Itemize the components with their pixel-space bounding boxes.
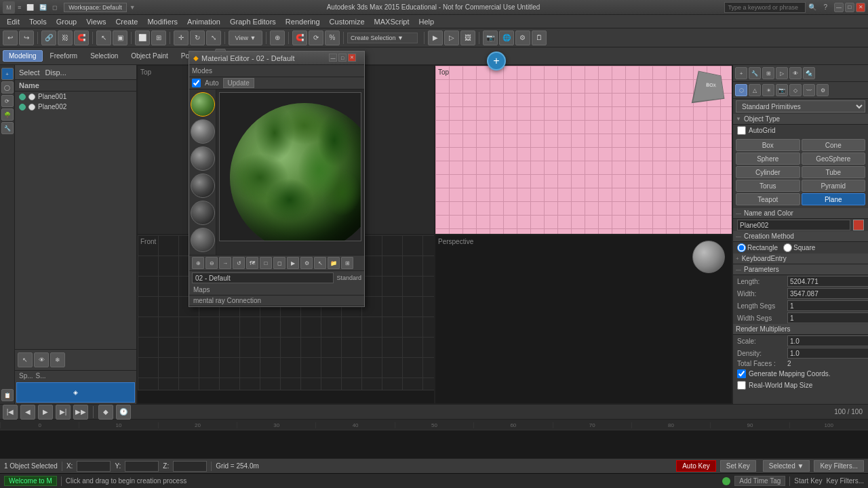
select-region-button[interactable]: ⬜ <box>135 30 150 45</box>
sidebar-tool-freeze[interactable]: ❄ <box>50 352 65 367</box>
real-world-checkbox[interactable] <box>737 381 746 390</box>
scene-explore-icon[interactable]: 📋 <box>1 389 14 401</box>
viewport-top-right[interactable]: Top BOX <box>435 65 732 235</box>
me-show-bg-btn[interactable]: □ <box>260 257 272 269</box>
rp-utilities-tab[interactable]: 🔩 <box>803 67 815 79</box>
maximize-button[interactable]: □ <box>845 3 854 12</box>
obj-box-btn[interactable]: Box <box>736 139 800 151</box>
scale-button[interactable]: ⤡ <box>206 30 221 45</box>
environment-button[interactable]: 🌐 <box>499 30 514 45</box>
undo-button[interactable]: ↩ <box>3 30 18 45</box>
close-button[interactable]: ✕ <box>856 3 865 12</box>
selected-dropdown[interactable]: Selected ▼ <box>763 460 810 472</box>
help-icon[interactable]: ? <box>823 3 827 11</box>
select-button[interactable]: ↖ <box>96 30 111 45</box>
obj-plane-btn[interactable]: Plane <box>802 193 866 205</box>
menu-rendering[interactable]: Rendering <box>281 16 324 27</box>
me-show-end-btn[interactable]: ◻ <box>273 257 285 269</box>
auto-key-btn[interactable]: Auto Key <box>676 460 716 472</box>
time-config-btn[interactable]: 🕐 <box>116 405 131 420</box>
me-modes-label[interactable]: Modes <box>192 67 212 75</box>
render-button[interactable]: ▷ <box>444 30 459 45</box>
menu-edit[interactable]: Edit <box>3 16 24 27</box>
go-end-btn[interactable]: ▶▶ <box>73 405 88 420</box>
x-coord-input[interactable] <box>77 461 111 472</box>
rp-section-keyboard[interactable]: + KeyboardEntry <box>733 253 868 264</box>
me-section-maps[interactable]: Maps <box>189 285 364 296</box>
bind-button[interactable]: 🧲 <box>74 30 89 45</box>
me-minimize-btn[interactable]: — <box>329 54 337 62</box>
tab-modeling[interactable]: Modeling <box>3 50 43 62</box>
width-segs-input[interactable] <box>787 312 868 323</box>
ref-coord-dropdown[interactable]: View ▼ <box>229 30 262 45</box>
me-thumb-1[interactable] <box>191 92 215 117</box>
add-time-tag-btn[interactable]: Add Time Tag <box>734 476 785 486</box>
render-setup-button[interactable]: ▶ <box>428 30 443 45</box>
search-icon[interactable]: 🔍 <box>808 3 816 11</box>
obj-sphere-btn[interactable]: Sphere <box>736 152 800 165</box>
me-thumb-3[interactable] <box>191 146 215 171</box>
me-video-btn[interactable]: ▶ <box>287 257 299 269</box>
color-swatch[interactable] <box>853 220 864 230</box>
me-select-btn[interactable]: ↖ <box>314 257 326 269</box>
unlink-button[interactable]: ⛓ <box>58 30 73 45</box>
rp-modify-tab[interactable]: 🔧 <box>749 67 761 79</box>
me-auto-checkbox[interactable] <box>192 79 201 87</box>
snap-toggle[interactable]: 🧲 <box>292 30 307 45</box>
me-thumb-2[interactable] <box>191 119 215 144</box>
sidebar-tool-select[interactable]: ↖ <box>18 352 33 367</box>
menu-maxscript[interactable]: MAXScript <box>370 16 414 27</box>
autogrid-checkbox[interactable] <box>737 126 746 135</box>
length-segs-input[interactable] <box>787 300 868 311</box>
tab-object-paint[interactable]: Object Paint <box>125 51 173 61</box>
utilities-icon[interactable]: 🔧 <box>1 122 14 134</box>
me-get-material-btn[interactable]: ⊕ <box>192 257 204 269</box>
key-mode-btn[interactable]: ◆ <box>98 405 113 420</box>
rp-geometry-btn[interactable]: ⬡ <box>735 84 747 96</box>
move-button[interactable]: ✛ <box>174 30 189 45</box>
obj-tube-btn[interactable]: Tube <box>802 166 866 178</box>
select-name-button[interactable]: ▣ <box>113 30 127 45</box>
me-thumb-6[interactable] <box>191 228 215 252</box>
rp-cameras-btn[interactable]: 📷 <box>776 84 788 96</box>
me-reset-btn[interactable]: ↺ <box>233 257 245 269</box>
tab-selection[interactable]: Selection <box>85 51 123 61</box>
obj-teapot-btn[interactable]: Teapot <box>736 193 800 205</box>
me-show-map-btn[interactable]: 🗺 <box>246 257 258 269</box>
selection-filter-dropdown[interactable]: Create Selection ▼ <box>347 33 418 43</box>
me-assign-material-btn[interactable]: → <box>219 257 231 269</box>
obj-geosphere-btn[interactable]: GeoSphere <box>802 152 866 165</box>
workspace-dropdown-title[interactable]: Workspace: Default <box>64 3 126 12</box>
me-update-btn[interactable]: Update <box>223 78 254 88</box>
render-toedit[interactable]: 🗒 <box>532 30 547 45</box>
me-material-library-btn[interactable]: 📁 <box>328 257 340 269</box>
menu-tools[interactable]: Tools <box>25 16 51 27</box>
scene-item-plane002[interactable]: Plane002 <box>15 102 136 112</box>
rp-display-tab[interactable]: 👁 <box>789 67 802 79</box>
rp-hierarchy-tab[interactable]: ⊞ <box>762 67 774 79</box>
tab-freeform[interactable]: Freeform <box>45 51 83 61</box>
open-last-render[interactable]: 📷 <box>483 30 498 45</box>
scale-input[interactable] <box>787 336 868 346</box>
search-input[interactable] <box>724 2 806 13</box>
angle-snap[interactable]: ⟳ <box>309 30 323 45</box>
me-section-mental-ray[interactable]: mental ray Connection <box>189 296 364 306</box>
rp-lights-btn[interactable]: ☀ <box>762 84 774 96</box>
select-label[interactable]: Select <box>19 68 40 77</box>
menu-animation[interactable]: Animation <box>183 16 224 27</box>
square-radio[interactable] <box>783 243 792 252</box>
me-compact-btn[interactable]: ⊞ <box>341 257 353 269</box>
add-plus-button[interactable]: + <box>487 52 506 70</box>
rp-motion-tab[interactable]: ▷ <box>776 67 788 79</box>
density-input[interactable] <box>787 348 868 359</box>
rp-shapes-btn[interactable]: △ <box>749 84 761 96</box>
z-coord-input[interactable] <box>173 461 207 472</box>
obj-torus-btn[interactable]: Torus <box>736 180 800 192</box>
me-close-btn[interactable]: ✕ <box>348 54 356 62</box>
timeline-track[interactable]: 0 10 20 30 40 50 60 70 80 90 100 <box>0 420 868 458</box>
pivot-button[interactable]: ⊕ <box>270 30 285 45</box>
rp-spacewarps-btn[interactable]: 〰 <box>803 84 815 96</box>
rotate-button[interactable]: ↻ <box>190 30 205 45</box>
width-input[interactable] <box>787 288 868 299</box>
obj-pyramid-btn[interactable]: Pyramid <box>802 180 866 192</box>
